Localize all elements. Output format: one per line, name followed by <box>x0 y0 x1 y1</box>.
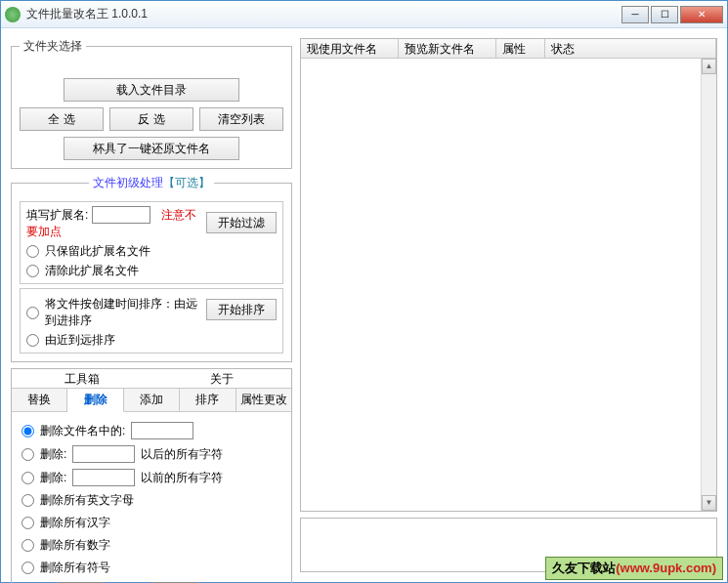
clear-list-button[interactable]: 清空列表 <box>199 107 283 131</box>
sort-far-radio[interactable] <box>26 307 39 319</box>
window-controls: ─ ☐ ✕ <box>621 6 723 23</box>
window-title: 文件批量改名王 1.0.0.1 <box>26 6 621 22</box>
select-all-button[interactable]: 全 选 <box>20 107 104 131</box>
start-filter-button[interactable]: 开始过滤 <box>206 212 277 233</box>
vertical-scrollbar[interactable]: ▲ ▼ <box>701 59 716 511</box>
preprocess-group: 文件初级处理【可选】 填写扩展名: 注意不要加点 只保留此扩展名文件 清除此扩展… <box>11 175 292 362</box>
right-panel: 现使用文件名 预览新文件名 属性 状态 ▲ ▼ <box>300 38 717 572</box>
minimize-button[interactable]: ─ <box>621 6 649 23</box>
del-contains-input[interactable] <box>131 422 193 439</box>
invert-select-button[interactable]: 反 选 <box>109 107 193 131</box>
folder-select-group: 文件夹选择 载入文件目录 全 选 反 选 清空列表 杯具了一键还原文件名 <box>11 38 292 169</box>
tab-replace[interactable]: 替换 <box>12 389 67 411</box>
tab-sort[interactable]: 排序 <box>180 389 236 411</box>
restore-names-button[interactable]: 杯具了一键还原文件名 <box>64 137 239 160</box>
sub-tabs: 替换 删除 添加 排序 属性更改 <box>12 389 291 412</box>
del-before-radio[interactable] <box>21 472 34 484</box>
tab-attr[interactable]: 属性更改 <box>236 389 291 411</box>
close-button[interactable]: ✕ <box>680 6 723 23</box>
del-symbols-radio[interactable] <box>21 562 34 574</box>
ext-filter-box: 填写扩展名: 注意不要加点 只保留此扩展名文件 清除此扩展名文件 开始过滤 <box>20 201 283 284</box>
col-preview-name[interactable]: 预览新文件名 <box>399 39 496 58</box>
del-letters-radio[interactable] <box>21 494 34 507</box>
listview-header: 现使用文件名 预览新文件名 属性 状态 <box>301 39 716 59</box>
tools-tabs: 工具箱 关于 替换 删除 添加 排序 属性更改 删除文件名中的: 删除:以后的所… <box>11 368 292 583</box>
del-digits-radio[interactable] <box>21 539 34 552</box>
keep-ext-radio[interactable] <box>26 245 39 258</box>
sort-box: 将文件按创建时间排序：由远到进排序 由近到远排序 开始排序 <box>20 288 283 354</box>
col-current-name[interactable]: 现使用文件名 <box>301 39 399 58</box>
folder-legend: 文件夹选择 <box>20 38 86 55</box>
client-area: 文件夹选择 载入文件目录 全 选 反 选 清空列表 杯具了一键还原文件名 文件初… <box>1 28 727 582</box>
ext-label: 填写扩展名: <box>26 207 88 224</box>
toolbox-tab[interactable]: 工具箱 <box>12 369 151 388</box>
titlebar[interactable]: 文件批量改名王 1.0.0.1 ─ ☐ ✕ <box>1 1 727 28</box>
col-attr[interactable]: 属性 <box>496 39 545 58</box>
tab-add[interactable]: 添加 <box>124 389 180 411</box>
tab-delete[interactable]: 删除 <box>67 389 123 412</box>
preprocess-legend: 文件初级处理【可选】 <box>89 175 214 191</box>
scroll-track[interactable] <box>702 74 716 495</box>
del-contains-radio[interactable] <box>21 425 34 437</box>
del-hanzi-radio[interactable] <box>21 517 34 529</box>
left-panel: 文件夹选择 载入文件目录 全 选 反 选 清空列表 杯具了一键还原文件名 文件初… <box>11 38 292 572</box>
load-folder-button[interactable]: 载入文件目录 <box>64 78 239 102</box>
del-after-input[interactable] <box>72 445 135 463</box>
app-window: 文件批量改名王 1.0.0.1 ─ ☐ ✕ 文件夹选择 载入文件目录 全 选 反… <box>0 0 728 583</box>
watermark: 久友下载站(www.9upk.com) <box>545 557 723 580</box>
col-status[interactable]: 状态 <box>545 39 716 58</box>
start-sort-button[interactable]: 开始排序 <box>206 299 277 320</box>
file-listview[interactable]: 现使用文件名 预览新文件名 属性 状态 ▲ ▼ <box>300 38 717 512</box>
delete-tab-body: 删除文件名中的: 删除:以后的所有字符 删除:以前的所有字符 删除所有英文字母 … <box>12 412 291 583</box>
del-after-radio[interactable] <box>21 448 34 461</box>
about-tab[interactable]: 关于 <box>151 369 291 388</box>
del-before-input[interactable] <box>72 469 135 486</box>
listview-body[interactable] <box>301 59 701 511</box>
top-tabs: 工具箱 关于 <box>12 369 291 389</box>
scroll-up-icon[interactable]: ▲ <box>702 59 716 74</box>
sort-near-radio[interactable] <box>26 334 39 347</box>
clear-ext-radio[interactable] <box>26 265 39 277</box>
maximize-button[interactable]: ☐ <box>651 6 678 23</box>
app-icon <box>5 7 21 22</box>
ext-input[interactable] <box>92 206 150 224</box>
scroll-down-icon[interactable]: ▼ <box>702 495 716 511</box>
